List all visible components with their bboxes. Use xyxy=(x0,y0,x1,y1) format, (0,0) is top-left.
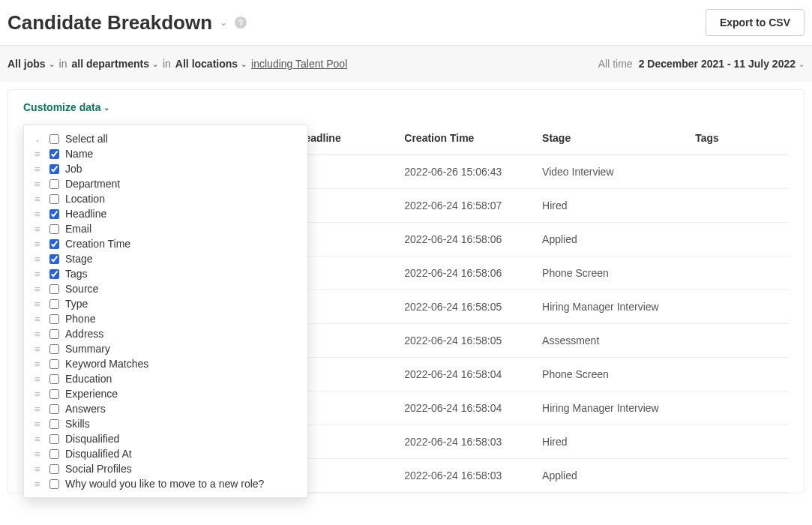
cell-creation: 2022-06-24 16:58:07 xyxy=(398,189,536,223)
cell-tags xyxy=(689,290,789,324)
option-label: Social Profiles xyxy=(65,463,132,475)
export-csv-button[interactable]: Export to CSV xyxy=(706,9,805,36)
col-header-stage[interactable]: Stage xyxy=(536,122,689,155)
option-checkbox[interactable] xyxy=(49,224,59,234)
help-icon[interactable]: ? xyxy=(235,16,247,28)
cell-tags xyxy=(689,358,789,392)
customize-option[interactable]: ≡Answers xyxy=(24,401,307,416)
drag-handle-icon[interactable]: ≡ xyxy=(34,374,43,385)
option-checkbox[interactable] xyxy=(49,194,59,204)
option-checkbox[interactable] xyxy=(49,314,59,324)
customize-option[interactable]: ≡Phone xyxy=(24,311,307,326)
option-checkbox[interactable] xyxy=(49,479,59,489)
option-label: Address xyxy=(65,328,103,340)
drag-handle-icon[interactable]: ≡ xyxy=(34,238,43,250)
customize-option[interactable]: ≡Skills xyxy=(24,416,307,431)
customize-data-button[interactable]: Customize data ⌄ xyxy=(23,101,109,113)
drag-handle-icon[interactable]: ≡ xyxy=(34,344,43,355)
drag-handle-icon[interactable]: ≡ xyxy=(34,464,43,475)
drag-handle-icon[interactable]: ≡ xyxy=(34,298,43,310)
drag-handle-icon[interactable]: ≡ xyxy=(34,284,43,295)
option-checkbox[interactable] xyxy=(49,359,59,369)
cell-creation: 2022-06-24 16:58:06 xyxy=(398,256,536,290)
drag-handle-icon[interactable]: ≡ xyxy=(34,164,43,175)
customize-option[interactable]: ≡Type xyxy=(24,296,307,311)
drag-handle-icon[interactable]: ≡ xyxy=(34,314,43,325)
option-checkbox[interactable] xyxy=(49,374,59,384)
cell-tags xyxy=(689,392,789,425)
option-label: Name xyxy=(65,148,93,160)
option-checkbox[interactable] xyxy=(49,404,59,414)
drag-handle-icon[interactable]: ≡ xyxy=(34,148,43,160)
drag-handle-icon[interactable]: ≡ xyxy=(34,268,43,280)
cell-creation: 2022-06-24 16:58:06 xyxy=(398,223,536,256)
drag-handle-icon[interactable]: ≡ xyxy=(34,388,43,400)
option-checkbox[interactable] xyxy=(49,419,59,429)
drag-handle-icon[interactable]: ≡ xyxy=(34,254,43,265)
customize-option[interactable]: ≡Tags xyxy=(24,266,307,281)
option-checkbox[interactable] xyxy=(49,434,59,444)
col-header-creation[interactable]: Creation Time xyxy=(398,122,536,155)
customize-wrap: Customize data ⌄ ⌄Select all≡Name≡Job≡De… xyxy=(8,90,804,122)
drag-handle-icon[interactable]: ≡ xyxy=(34,224,43,235)
option-checkbox[interactable] xyxy=(49,284,59,294)
customize-option[interactable]: ≡Address xyxy=(24,326,307,341)
customize-option[interactable]: ≡Name xyxy=(24,146,307,161)
drag-handle-icon[interactable]: ≡ xyxy=(34,434,43,445)
drag-handle-icon[interactable]: ≡ xyxy=(34,404,43,415)
option-checkbox[interactable] xyxy=(49,344,59,354)
drag-handle-icon[interactable]: ≡ xyxy=(34,418,43,430)
filter-locations[interactable]: All locations ⌄ xyxy=(175,58,247,70)
customize-option[interactable]: ≡Social Profiles xyxy=(24,461,307,476)
option-checkbox[interactable] xyxy=(49,449,59,459)
drag-handle-icon[interactable]: ≡ xyxy=(34,478,43,490)
option-checkbox[interactable] xyxy=(49,149,59,159)
option-checkbox[interactable] xyxy=(49,389,59,399)
page-header: Candidate Breakdown ⌄ ? Export to CSV xyxy=(0,0,812,46)
drag-handle-icon[interactable]: ≡ xyxy=(34,194,43,205)
option-checkbox[interactable] xyxy=(49,329,59,339)
option-checkbox[interactable] xyxy=(49,464,59,474)
filter-departments[interactable]: all departments ⌄ xyxy=(71,58,157,70)
drag-handle-icon[interactable]: ≡ xyxy=(34,208,43,220)
customize-option[interactable]: ≡Experience xyxy=(24,386,307,401)
filter-all-time-label: All time xyxy=(598,58,633,70)
drag-handle-icon[interactable]: ≡ xyxy=(34,328,43,340)
option-label: Education xyxy=(65,373,112,385)
drag-handle-icon[interactable]: ≡ xyxy=(34,448,43,460)
option-checkbox[interactable] xyxy=(49,299,59,309)
cell-stage: Phone Screen xyxy=(536,358,689,392)
option-checkbox[interactable] xyxy=(49,269,59,279)
customize-option[interactable]: ≡Creation Time xyxy=(24,236,307,251)
option-checkbox[interactable] xyxy=(49,239,59,249)
drag-handle-icon[interactable]: ≡ xyxy=(34,178,43,190)
option-checkbox[interactable] xyxy=(49,164,59,174)
filter-talent-pool[interactable]: including Talent Pool xyxy=(251,58,347,70)
customize-option[interactable]: ≡Department xyxy=(24,176,307,191)
customize-option[interactable]: ≡Summary xyxy=(24,341,307,356)
customize-option[interactable]: ≡Job xyxy=(24,161,307,176)
option-checkbox[interactable] xyxy=(49,134,59,144)
customize-option[interactable]: ≡Location xyxy=(24,191,307,206)
drag-handle-icon[interactable]: ≡ xyxy=(34,358,43,370)
filter-date-range[interactable]: 2 December 2021 - 11 July 2022 ⌄ xyxy=(639,58,805,70)
option-checkbox[interactable] xyxy=(49,179,59,189)
customize-option[interactable]: ≡Stage xyxy=(24,251,307,266)
option-checkbox[interactable] xyxy=(49,209,59,219)
option-checkbox[interactable] xyxy=(49,254,59,264)
cell-tags xyxy=(689,256,789,290)
customize-option[interactable]: ≡Headline xyxy=(24,206,307,221)
customize-option[interactable]: ≡Education xyxy=(24,371,307,386)
customize-option[interactable]: ≡Disqualified xyxy=(24,431,307,446)
customize-option[interactable]: ≡Source xyxy=(24,281,307,296)
customize-option[interactable]: ⌄Select all xyxy=(24,131,307,146)
customize-option[interactable]: ≡Email xyxy=(24,221,307,236)
customize-option[interactable]: ≡Disqualified At xyxy=(24,446,307,461)
col-header-tags[interactable]: Tags xyxy=(689,122,789,155)
customize-option[interactable]: ≡Keyword Matches xyxy=(24,356,307,371)
option-label: Tags xyxy=(65,268,88,280)
customize-option[interactable]: ≡Why would you like to move to a new rol… xyxy=(24,476,307,491)
option-label: Keyword Matches xyxy=(65,358,148,370)
filter-jobs[interactable]: All jobs ⌄ xyxy=(7,58,55,70)
title-dropdown-caret[interactable]: ⌄ xyxy=(220,17,227,28)
